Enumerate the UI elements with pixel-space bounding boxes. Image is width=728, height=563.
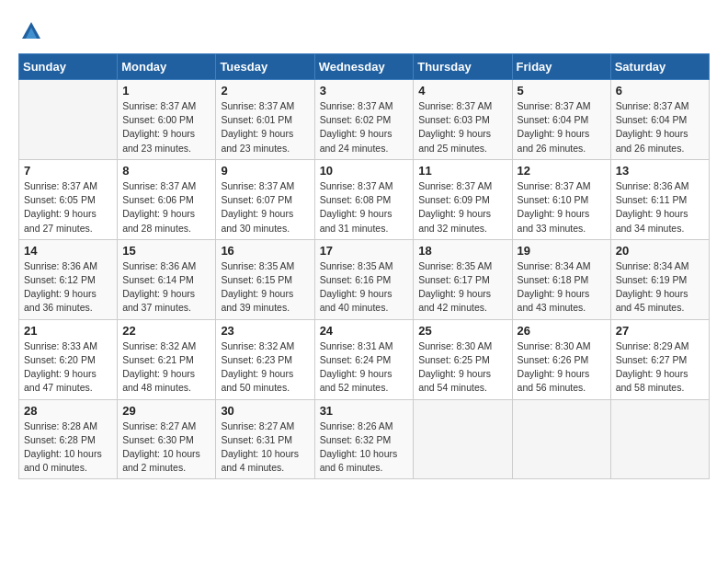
day-number: 20: [616, 244, 704, 258]
day-info: Sunrise: 8:30 AMSunset: 6:26 PMDaylight:…: [518, 339, 606, 396]
calendar-cell: 27Sunrise: 8:29 AMSunset: 6:27 PMDayligh…: [610, 319, 709, 399]
day-number: 6: [616, 84, 704, 98]
day-info: Sunrise: 8:34 AMSunset: 6:18 PMDaylight:…: [518, 259, 606, 316]
logo: [18, 18, 48, 44]
day-number: 31: [320, 404, 409, 418]
day-number: 16: [221, 244, 309, 258]
day-number: 10: [320, 164, 409, 178]
calendar-cell: 4Sunrise: 8:37 AMSunset: 6:03 PMDaylight…: [414, 80, 512, 160]
calendar-cell: 28Sunrise: 8:28 AMSunset: 6:28 PMDayligh…: [19, 399, 118, 479]
day-number: 3: [320, 84, 409, 98]
calendar-cell: 8Sunrise: 8:37 AMSunset: 6:06 PMDaylight…: [118, 159, 216, 239]
day-info: Sunrise: 8:33 AMSunset: 6:20 PMDaylight:…: [24, 339, 112, 396]
column-header-wednesday: Wednesday: [314, 54, 414, 80]
day-info: Sunrise: 8:37 AMSunset: 6:07 PMDaylight:…: [221, 179, 309, 236]
day-info: Sunrise: 8:37 AMSunset: 6:06 PMDaylight:…: [122, 179, 210, 236]
day-info: Sunrise: 8:27 AMSunset: 6:31 PMDaylight:…: [221, 419, 309, 476]
calendar-cell: 18Sunrise: 8:35 AMSunset: 6:17 PMDayligh…: [414, 239, 512, 319]
day-number: 13: [616, 164, 704, 178]
column-header-monday: Monday: [118, 54, 216, 80]
calendar-cell: 24Sunrise: 8:31 AMSunset: 6:24 PMDayligh…: [314, 319, 414, 399]
day-number: 24: [320, 324, 409, 338]
calendar-week-row: 1Sunrise: 8:37 AMSunset: 6:00 PMDaylight…: [19, 80, 710, 160]
day-info: Sunrise: 8:37 AMSunset: 6:10 PMDaylight:…: [518, 179, 606, 236]
calendar-cell: 21Sunrise: 8:33 AMSunset: 6:20 PMDayligh…: [19, 319, 118, 399]
day-number: 12: [518, 164, 606, 178]
calendar-cell: 25Sunrise: 8:30 AMSunset: 6:25 PMDayligh…: [414, 319, 512, 399]
day-number: 27: [616, 324, 704, 338]
calendar-week-row: 21Sunrise: 8:33 AMSunset: 6:20 PMDayligh…: [19, 319, 710, 399]
calendar-cell: 1Sunrise: 8:37 AMSunset: 6:00 PMDaylight…: [118, 80, 216, 160]
day-number: 9: [221, 164, 309, 178]
calendar-cell: 15Sunrise: 8:36 AMSunset: 6:14 PMDayligh…: [118, 239, 216, 319]
calendar-cell: [19, 80, 118, 160]
calendar-cell: 11Sunrise: 8:37 AMSunset: 6:09 PMDayligh…: [414, 159, 512, 239]
day-info: Sunrise: 8:37 AMSunset: 6:02 PMDaylight:…: [320, 99, 409, 155]
day-number: 26: [518, 324, 606, 338]
calendar-table: SundayMondayTuesdayWednesdayThursdayFrid…: [18, 53, 710, 479]
calendar-header-row: SundayMondayTuesdayWednesdayThursdayFrid…: [19, 54, 710, 80]
day-number: 28: [24, 404, 112, 418]
logo-icon: [18, 18, 44, 44]
column-header-tuesday: Tuesday: [216, 54, 314, 80]
day-info: Sunrise: 8:36 AMSunset: 6:12 PMDaylight:…: [24, 259, 112, 316]
day-number: 8: [122, 164, 210, 178]
day-number: 2: [221, 84, 309, 98]
calendar-cell: 12Sunrise: 8:37 AMSunset: 6:10 PMDayligh…: [512, 159, 610, 239]
day-info: Sunrise: 8:29 AMSunset: 6:27 PMDaylight:…: [616, 339, 704, 396]
calendar-cell: 6Sunrise: 8:37 AMSunset: 6:04 PMDaylight…: [610, 80, 709, 160]
day-info: Sunrise: 8:35 AMSunset: 6:15 PMDaylight:…: [221, 259, 309, 316]
calendar-cell: 3Sunrise: 8:37 AMSunset: 6:02 PMDaylight…: [314, 80, 414, 160]
day-number: 14: [24, 244, 112, 258]
day-info: Sunrise: 8:36 AMSunset: 6:14 PMDaylight:…: [122, 259, 210, 316]
day-info: Sunrise: 8:32 AMSunset: 6:23 PMDaylight:…: [221, 339, 309, 396]
day-number: 1: [122, 84, 210, 98]
day-info: Sunrise: 8:36 AMSunset: 6:11 PMDaylight:…: [616, 179, 704, 236]
calendar-cell: 20Sunrise: 8:34 AMSunset: 6:19 PMDayligh…: [610, 239, 709, 319]
calendar-cell: [414, 399, 512, 479]
calendar-cell: 17Sunrise: 8:35 AMSunset: 6:16 PMDayligh…: [314, 239, 414, 319]
day-info: Sunrise: 8:30 AMSunset: 6:25 PMDaylight:…: [418, 339, 506, 396]
calendar-cell: 31Sunrise: 8:26 AMSunset: 6:32 PMDayligh…: [314, 399, 414, 479]
day-number: 11: [418, 164, 506, 178]
calendar-week-row: 14Sunrise: 8:36 AMSunset: 6:12 PMDayligh…: [19, 239, 710, 319]
day-info: Sunrise: 8:27 AMSunset: 6:30 PMDaylight:…: [122, 419, 210, 476]
column-header-friday: Friday: [512, 54, 610, 80]
calendar-cell: 2Sunrise: 8:37 AMSunset: 6:01 PMDaylight…: [216, 80, 314, 160]
calendar-cell: 14Sunrise: 8:36 AMSunset: 6:12 PMDayligh…: [19, 239, 118, 319]
day-info: Sunrise: 8:34 AMSunset: 6:19 PMDaylight:…: [616, 259, 704, 316]
day-number: 5: [518, 84, 606, 98]
calendar-cell: 7Sunrise: 8:37 AMSunset: 6:05 PMDaylight…: [19, 159, 118, 239]
day-info: Sunrise: 8:37 AMSunset: 6:04 PMDaylight:…: [616, 99, 704, 155]
day-info: Sunrise: 8:32 AMSunset: 6:21 PMDaylight:…: [122, 339, 210, 396]
day-number: 15: [122, 244, 210, 258]
day-info: Sunrise: 8:37 AMSunset: 6:09 PMDaylight:…: [418, 179, 506, 236]
day-number: 25: [418, 324, 506, 338]
day-number: 30: [221, 404, 309, 418]
calendar-cell: [512, 399, 610, 479]
day-number: 29: [122, 404, 210, 418]
calendar-cell: [610, 399, 709, 479]
calendar-cell: 9Sunrise: 8:37 AMSunset: 6:07 PMDaylight…: [216, 159, 314, 239]
day-number: 19: [518, 244, 606, 258]
day-number: 7: [24, 164, 112, 178]
calendar-cell: 10Sunrise: 8:37 AMSunset: 6:08 PMDayligh…: [314, 159, 414, 239]
day-number: 21: [24, 324, 112, 338]
column-header-saturday: Saturday: [610, 54, 709, 80]
day-info: Sunrise: 8:37 AMSunset: 6:08 PMDaylight:…: [320, 179, 409, 236]
calendar-cell: 29Sunrise: 8:27 AMSunset: 6:30 PMDayligh…: [118, 399, 216, 479]
day-number: 17: [320, 244, 409, 258]
calendar-cell: 23Sunrise: 8:32 AMSunset: 6:23 PMDayligh…: [216, 319, 314, 399]
calendar-week-row: 7Sunrise: 8:37 AMSunset: 6:05 PMDaylight…: [19, 159, 710, 239]
calendar-cell: 5Sunrise: 8:37 AMSunset: 6:04 PMDaylight…: [512, 80, 610, 160]
calendar-week-row: 28Sunrise: 8:28 AMSunset: 6:28 PMDayligh…: [19, 399, 710, 479]
calendar-cell: 16Sunrise: 8:35 AMSunset: 6:15 PMDayligh…: [216, 239, 314, 319]
calendar-cell: 13Sunrise: 8:36 AMSunset: 6:11 PMDayligh…: [610, 159, 709, 239]
day-number: 23: [221, 324, 309, 338]
day-info: Sunrise: 8:35 AMSunset: 6:17 PMDaylight:…: [418, 259, 506, 316]
day-info: Sunrise: 8:37 AMSunset: 6:04 PMDaylight:…: [518, 99, 606, 155]
column-header-thursday: Thursday: [414, 54, 512, 80]
calendar-cell: 30Sunrise: 8:27 AMSunset: 6:31 PMDayligh…: [216, 399, 314, 479]
day-info: Sunrise: 8:37 AMSunset: 6:01 PMDaylight:…: [221, 99, 309, 155]
day-number: 22: [122, 324, 210, 338]
